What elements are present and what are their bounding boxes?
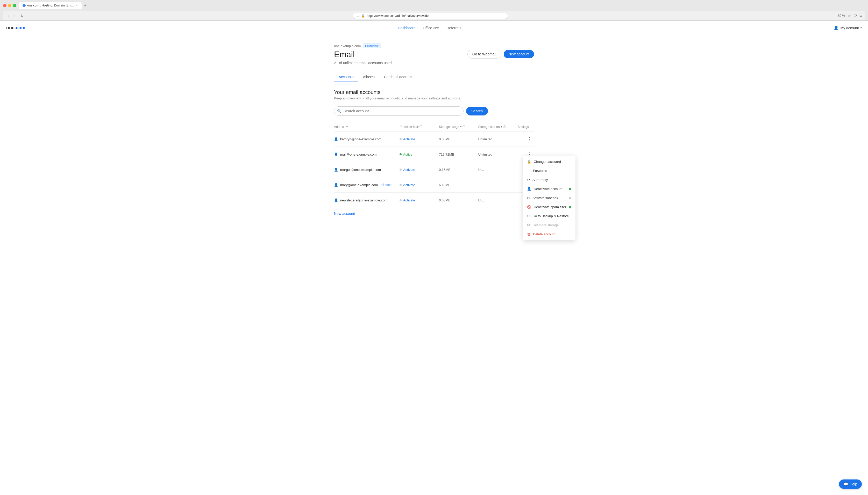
toggle-green-spam-icon — [569, 206, 571, 208]
th-premium: Premium Mail ⓘ — [399, 125, 439, 129]
shield-icon[interactable]: 🛡 — [853, 14, 857, 18]
menu-forwards[interactable]: → Forwards — [523, 166, 575, 175]
lock-menu-icon: 🔒 — [527, 160, 531, 164]
email-icon: 👤 — [334, 198, 338, 202]
email-address: margot@one-example.com — [340, 168, 381, 172]
email-address: kathryn@one-example.com — [340, 137, 381, 141]
title-area: Email 21 of unlimited email accounts use… — [334, 50, 392, 71]
top-nav: one.com Dashboard Office 365 Referrals 👤… — [0, 21, 868, 35]
status-dot — [399, 138, 402, 140]
nav-link-referrals[interactable]: Referrals — [446, 26, 461, 30]
security-icon: 🛡 — [357, 14, 360, 18]
menu-deactivate-account[interactable]: 👤 Deactivate account — [523, 184, 575, 193]
enthusiast-badge: Enthusiast — [363, 44, 381, 48]
email-address: mail@one-example.com — [340, 153, 376, 156]
email-cell: 👤 margot@one-example.com — [334, 168, 399, 172]
my-account-menu[interactable]: 👤 My account ▾ — [834, 25, 862, 30]
search-button[interactable]: Search — [466, 107, 488, 116]
activate-link[interactable]: Activate — [403, 168, 415, 172]
tab-accounts[interactable]: Accounts — [334, 72, 358, 82]
table-header: Address ▾ Premium Mail ⓘ Storage usage ▾… — [334, 122, 534, 132]
email-icon: 👤 — [334, 153, 338, 156]
active-tab[interactable]: one.com : Hosting, Domain, Em… ✕ — [19, 2, 82, 9]
menu-item-label: Deactivate spam filter — [534, 205, 566, 209]
bookmark-icon[interactable]: ☆ — [848, 14, 851, 18]
email-icon: 👤 — [334, 137, 338, 141]
th-address[interactable]: Address ▾ — [334, 125, 399, 129]
search-bar: 🔍 Search — [334, 106, 534, 116]
search-input[interactable] — [334, 106, 463, 116]
menu-activate-sanebox[interactable]: ⊘ Activate sanebox — [523, 193, 575, 202]
section-title: Your email accounts — [334, 89, 534, 95]
addon-cell: U… — [478, 168, 518, 172]
new-tab-button[interactable]: + — [84, 3, 86, 8]
delete-menu-icon: 🗑 — [527, 232, 530, 236]
activate-link[interactable]: Activate — [403, 198, 415, 202]
tab-close-icon[interactable]: ✕ — [76, 4, 78, 7]
nav-links: Dashboard Office 365 Referrals — [398, 26, 461, 30]
close-button[interactable] — [3, 4, 6, 7]
chevron-down-icon: ▾ — [861, 27, 862, 29]
menu-backup-restore[interactable]: ↻ Go to Backup & Restore — [523, 211, 575, 221]
sort-address-icon: ▾ — [346, 125, 348, 128]
storage-cell: 0.16MB — [439, 168, 478, 172]
reload-button[interactable]: ↻ — [19, 13, 25, 18]
table-row: 👤 kathryn@one-example.com Activate 0.03M… — [334, 132, 534, 147]
nav-link-office365[interactable]: Office 365 — [423, 26, 439, 30]
menu-item-label: Change password — [534, 160, 561, 164]
menu-item-label: Activate sanebox — [533, 196, 558, 200]
storage-cell: 717.72MB — [439, 153, 478, 156]
status-cell: Activate — [399, 183, 439, 187]
table-row: 👤 mail@one-example.com Active 717.72MB U… — [334, 147, 534, 162]
menu-auto-reply[interactable]: ↩ Auto-reply — [523, 175, 575, 184]
go-to-webmail-button[interactable]: Go to Webmail — [468, 50, 501, 58]
th-addon[interactable]: Storage add-on ▾ ⓘ — [478, 125, 518, 129]
more-link[interactable]: +1 more — [381, 183, 392, 187]
activate-link[interactable]: Activate — [403, 137, 415, 141]
new-account-link[interactable]: New account — [334, 208, 355, 219]
activate-link[interactable]: Activate — [403, 183, 415, 187]
th-storage[interactable]: Storage usage ▾ ⓘ — [439, 125, 478, 129]
nav-link-dashboard[interactable]: Dashboard — [398, 26, 415, 30]
backup-menu-icon: ↻ — [527, 214, 530, 218]
logo: one.com — [6, 25, 26, 31]
browser-chrome: one.com : Hosting, Domain, Em… ✕ + ‹ › ↻… — [0, 0, 868, 21]
menu-icon[interactable]: ≡ — [860, 14, 862, 18]
main-content: one-example.com Enthusiast Email 21 of u… — [328, 35, 540, 227]
info-premium-icon[interactable]: ⓘ — [420, 125, 422, 129]
page-subtitle: 21 of unlimited email accounts used — [334, 61, 392, 65]
new-account-button[interactable]: New account — [504, 50, 534, 58]
forward-button[interactable]: › — [13, 13, 17, 18]
page-header: Email 21 of unlimited email accounts use… — [334, 50, 534, 71]
menu-item-label: Forwards — [533, 169, 547, 173]
menu-delete-account[interactable]: 🗑 Delete account — [523, 229, 575, 239]
menu-change-password[interactable]: 🔒 Change password — [523, 157, 575, 166]
url-display: https://www.one.com/admin/mail/overview.… — [367, 14, 429, 18]
menu-deactivate-spam[interactable]: 🚫 Deactivate spam filter — [523, 202, 575, 211]
menu-item-label: Delete account — [533, 232, 556, 236]
addon-cell: U… — [478, 198, 518, 202]
email-table: Address ▾ Premium Mail ⓘ Storage usage ▾… — [334, 122, 534, 219]
address-bar[interactable]: 🛡 🔒 https://www.one.com/admin/mail/overv… — [353, 13, 508, 19]
email-address: mary@one-example.com — [340, 183, 378, 187]
status-dot — [399, 169, 402, 171]
info-storage-icon[interactable]: ⓘ — [462, 125, 465, 129]
menu-item-label: Auto-reply — [533, 178, 548, 182]
minimize-button[interactable] — [8, 4, 12, 7]
back-button[interactable]: ‹ — [6, 13, 11, 18]
info-addon-icon[interactable]: ⓘ — [503, 125, 506, 129]
row-menu-button[interactable]: ⋮ — [525, 135, 534, 143]
storage-cell: 0.03MB — [439, 137, 478, 141]
nav-right: 80 % ☆ 🛡 ≡ — [838, 14, 862, 18]
fullscreen-button[interactable] — [13, 4, 16, 7]
search-icon: 🔍 — [337, 109, 342, 113]
tab-aliases[interactable]: Aliases — [358, 72, 379, 82]
help-button[interactable]: 💬 Help — [839, 479, 862, 489]
table-row: 👤 newsletters@one-example.com Activate 0… — [334, 193, 534, 208]
menu-item-label: Get more storage — [533, 223, 559, 227]
section-desc: Keep an overview of all your email accou… — [334, 96, 534, 100]
status-dot — [399, 184, 402, 186]
email-icon: 👤 — [334, 183, 338, 187]
tab-catch-all[interactable]: Catch-all address — [379, 72, 417, 82]
email-icon: 👤 — [334, 168, 338, 172]
